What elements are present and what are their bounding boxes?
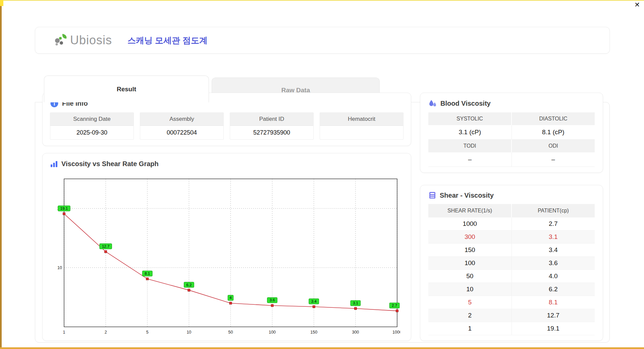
shear-viscosity-table: SHEAR RATE(1/s) PATIENT(cp) 1000 2.7 300… [428, 204, 595, 335]
svg-text:2.7: 2.7 [392, 303, 397, 307]
page-title: 스캐닝 모세관 점도계 [127, 35, 208, 46]
graph-card: Viscosity vs Shear Rate Graph 102019.112… [42, 153, 411, 341]
patient-viscosity-cell: 8.1 [512, 296, 595, 309]
table-row: 150 3.4 [428, 244, 595, 257]
shear-rate-cell: 2 [428, 309, 512, 322]
svg-text:50: 50 [228, 330, 233, 335]
shear-viscosity-card: Shear - Viscosity SHEAR RATE(1/s) PATIEN… [420, 185, 603, 341]
odi-header: ODI [511, 140, 595, 152]
app-window: ✕ Ubiosis 스캐닝 모세관 점도계 Result Raw Data [0, 0, 644, 349]
blood-viscosity-title-row: Blood Viscosity [428, 99, 595, 108]
svg-text:6.2: 6.2 [186, 283, 192, 287]
shear-rate-cell: 10 [428, 283, 512, 296]
diastolic-value: 8.1 (cP) [512, 125, 595, 140]
file-info-field: Hematocrit [320, 112, 404, 140]
svg-text:1: 1 [63, 330, 65, 335]
file-info-field: Scanning Date 2025-09-30 [50, 112, 134, 140]
diastolic-header: DIASTOLIC [511, 112, 595, 125]
patient-viscosity-cell: 3.6 [512, 257, 595, 269]
svg-text:12.7: 12.7 [102, 244, 109, 248]
close-button[interactable]: ✕ [634, 1, 640, 8]
shear-viscosity-title-row: Shear - Viscosity [428, 191, 595, 199]
shear-rate-cell: 50 [428, 270, 512, 283]
svg-text:150: 150 [310, 330, 317, 335]
svg-text:2: 2 [105, 330, 107, 335]
patient-column-header: PATIENT(cp) [511, 204, 595, 217]
shear-rate-cell: 5 [428, 296, 512, 309]
bv-header-row-1: SYSTOLIC DIASTOLIC [428, 112, 595, 125]
patient-viscosity-cell: 19.1 [512, 322, 595, 335]
file-info-field: Assembly 000722504 [140, 112, 224, 140]
svg-text:5: 5 [146, 330, 149, 335]
file-info-field-value: 52727935900 [230, 126, 313, 139]
svg-text:3.6: 3.6 [270, 298, 275, 302]
table-row: 5 8.1 [428, 296, 595, 309]
table-row: 50 4.0 [428, 270, 595, 283]
svg-text:300: 300 [352, 330, 359, 335]
file-info-fields: Scanning Date 2025-09-30 Assembly 000722… [50, 112, 404, 140]
chart-wrap: 102019.112.78.16.243.63.43.12.7125105010… [51, 178, 400, 337]
window-corner-accent [0, 0, 3, 6]
brand-name: Ubiosis [70, 33, 112, 47]
file-info-field: Patient ID 52727935900 [230, 112, 314, 140]
shear-rate-cell: 150 [428, 244, 512, 256]
patient-viscosity-cell: 6.2 [512, 283, 595, 296]
blood-viscosity-table: SYSTOLIC DIASTOLIC 3.1 (cP) 8.1 (cP) TOD… [428, 112, 595, 167]
window-border-left [0, 0, 2, 349]
table-row: 2 12.7 [428, 309, 595, 322]
shear-rate-cell: 300 [428, 231, 512, 243]
file-info-field-label: Patient ID [230, 113, 313, 126]
shear-rate-cell: 1 [428, 322, 512, 335]
droplet-icon [428, 99, 437, 108]
bv-value-row-2: – – [428, 152, 595, 167]
table-row: 1000 2.7 [428, 217, 595, 231]
patient-viscosity-cell: 3.1 [512, 231, 595, 243]
svg-text:1000: 1000 [392, 330, 400, 335]
svg-text:10: 10 [186, 330, 191, 335]
shear-rate-column-header: SHEAR RATE(1/s) [428, 204, 511, 217]
svg-text:10: 10 [57, 265, 62, 270]
patient-viscosity-cell: 12.7 [512, 309, 595, 322]
svg-text:4: 4 [229, 296, 232, 300]
window-border-bottom [0, 347, 644, 349]
file-info-field-value: 2025-09-30 [50, 126, 133, 139]
shear-rate-cell: 1000 [428, 217, 512, 230]
bv-value-row-1: 3.1 (cP) 8.1 (cP) [428, 125, 595, 140]
svg-text:3.1: 3.1 [353, 301, 358, 305]
file-info-field-label: Assembly [140, 113, 223, 126]
file-info-field-value: 000722504 [140, 126, 223, 139]
patient-viscosity-cell: 4.0 [512, 270, 595, 283]
todi-header: TODI [428, 140, 511, 152]
shear-rate-cell: 100 [428, 257, 512, 269]
file-info-field-label: Scanning Date [50, 113, 133, 126]
header-bar: Ubiosis 스캐닝 모세관 점도계 [35, 27, 610, 54]
calculator-icon [428, 191, 436, 199]
systolic-header: SYSTOLIC [428, 112, 511, 125]
viscosity-chart: 102019.112.78.16.243.63.43.12.7125105010… [51, 178, 400, 336]
svg-text:8.1: 8.1 [145, 271, 150, 276]
patient-viscosity-cell: 3.4 [512, 244, 595, 256]
blood-viscosity-card: Blood Viscosity SYSTOLIC DIASTOLIC 3.1 (… [420, 93, 603, 173]
brand-logo: Ubiosis [53, 33, 112, 47]
file-info-field-value [320, 126, 403, 139]
window-border-top [0, 0, 644, 1]
shear-viscosity-body: 1000 2.7 300 3.1 150 3.4 100 3.6 50 4.0 … [428, 217, 595, 335]
table-row: 1 19.1 [428, 322, 595, 335]
svg-text:19.1: 19.1 [60, 206, 68, 210]
table-row: 100 3.6 [428, 257, 595, 270]
odi-value: – [512, 152, 595, 167]
tab-result[interactable]: Result [44, 76, 209, 102]
blood-viscosity-title: Blood Viscosity [440, 100, 491, 107]
table-row: 10 6.2 [428, 283, 595, 296]
todi-value: – [428, 152, 512, 167]
shear-viscosity-header-row: SHEAR RATE(1/s) PATIENT(cp) [428, 204, 595, 217]
systolic-value: 3.1 (cP) [428, 125, 512, 140]
table-row: 300 3.1 [428, 231, 595, 244]
graph-title: Viscosity vs Shear Rate Graph [61, 160, 159, 168]
patient-viscosity-cell: 2.7 [512, 217, 595, 230]
svg-text:100: 100 [269, 330, 276, 335]
file-info-field-label: Hematocrit [320, 113, 403, 126]
ubiosis-leaf-icon [53, 33, 69, 47]
svg-text:3.4: 3.4 [311, 299, 317, 303]
bv-header-row-2: TODI ODI [428, 140, 595, 152]
